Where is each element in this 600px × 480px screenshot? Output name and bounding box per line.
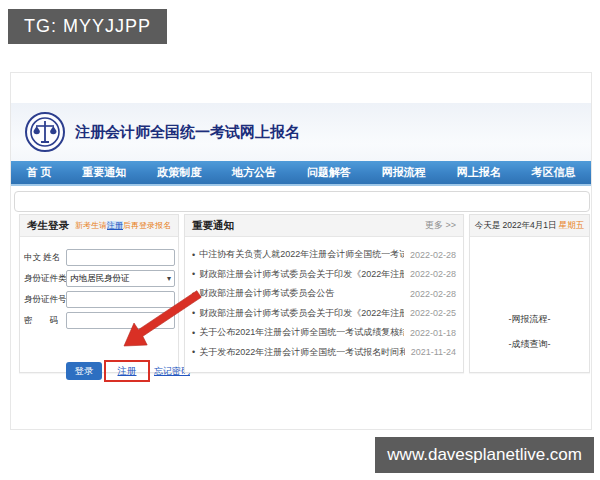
notice-row: • 关于发布2022年注册会计师全国统一考试报名时间和考试时... 2021-1… [192, 343, 456, 363]
bullet-icon: • [192, 289, 195, 299]
notice-date: 2022-02-28 [410, 289, 456, 299]
password-field[interactable] [66, 312, 175, 329]
notice-row: • 关于公布2021年注册会计师全国统一考试成绩复核结果的公... 2022-0… [192, 323, 456, 343]
id-type-label: 身份证件类型 [24, 273, 68, 285]
name-field[interactable] [66, 249, 175, 266]
score-query-link[interactable]: -成绩查询- [470, 338, 589, 351]
nav-item-local-announcement[interactable]: 地方公告 [232, 165, 276, 180]
page-container: 注册会计师全国统一考试网上报名 首 页 重要通知 政策制度 地方公告 问题解答 … [10, 72, 592, 430]
page-title: 注册会计师全国统一考试网上报名 [75, 123, 300, 142]
announcement-banner [14, 191, 590, 212]
login-form: 中文 姓名 身份证件类型 内地居民身份证 ▾ 身份证件号码 密 码 登录 [20, 237, 178, 374]
notice-date: 2022-02-28 [410, 269, 456, 279]
notice-title: 重要通知 [192, 219, 234, 233]
notice-link[interactable]: 财政部注册会计师考试委员会关于印发《2022年注册会计师... [199, 268, 404, 281]
notice-date: 2022-02-28 [410, 250, 456, 260]
nav-item-qa[interactable]: 问题解答 [307, 165, 351, 180]
login-hint-suffix: 后再登录报名 [123, 221, 171, 230]
login-actions: 登录 注册 忘记密码 [20, 360, 178, 384]
notice-link[interactable]: 财政部注册会计师考试委员会公告 [199, 287, 404, 300]
name-row: 中文 姓名 [20, 249, 178, 266]
login-hint-prefix: 新考生请 [75, 221, 107, 230]
notice-date: 2022-02-25 [410, 308, 456, 318]
login-panel-header: 考生登录 新考生请注册后再登录报名 [20, 215, 178, 237]
notice-row: • 财政部注册会计师考试委员会公告 2022-02-28 [192, 284, 456, 304]
login-title: 考生登录 [27, 219, 69, 233]
site-header: 注册会计师全国统一考试网上报名 [11, 103, 591, 161]
info-panel-header: 今天是 2022年4月1日 星期五 [470, 215, 589, 237]
notice-panel-header: 重要通知 更多 >> [185, 215, 463, 237]
register-highlight-box: 注册 [104, 360, 150, 382]
id-number-label: 身份证件号码 [24, 294, 68, 306]
bullet-icon: • [192, 250, 195, 260]
process-link[interactable]: -网报流程- [470, 313, 589, 326]
today-weekday: 星期五 [559, 220, 585, 230]
register-link[interactable]: 注册 [118, 365, 137, 378]
register-hint-link[interactable]: 注册 [107, 221, 123, 230]
nav-item-process[interactable]: 网报流程 [382, 165, 426, 180]
password-row: 密 码 [20, 312, 178, 329]
login-panel: 考生登录 新考生请注册后再登录报名 中文 姓名 身份证件类型 内地居民身份证 ▾… [19, 214, 179, 373]
watermark: www.davesplanetlive.com [375, 437, 594, 473]
notice-date: 2022-01-18 [410, 328, 456, 338]
notice-link[interactable]: 中注协有关负责人就2022年注册会计师全国统一考试报名相... [199, 248, 404, 261]
main-nav: 首 页 重要通知 政策制度 地方公告 问题解答 网报流程 网上报名 考区信息 [11, 161, 591, 186]
notice-row: • 财政部注册会计师考试委员会关于印发《2022年注册会计师... 2022-0… [192, 265, 456, 285]
id-type-select[interactable]: 内地居民身份证 ▾ [66, 270, 175, 287]
nav-item-policy[interactable]: 政策制度 [157, 165, 201, 180]
bullet-icon: • [192, 269, 195, 279]
today-date: 今天是 2022年4月1日 星期五 [475, 220, 585, 232]
info-panel: 今天是 2022年4月1日 星期五 -网报流程- -成绩查询- [469, 214, 590, 373]
chevron-down-icon: ▾ [167, 274, 171, 283]
cpa-logo-icon [25, 112, 65, 152]
nav-item-online-register[interactable]: 网上报名 [457, 165, 501, 180]
bullet-icon: • [192, 328, 195, 338]
nav-item-exam-area[interactable]: 考区信息 [532, 165, 576, 180]
tg-badge: TG: MYYJJPP [8, 9, 167, 44]
notice-panel: 重要通知 更多 >> • 中注协有关负责人就2022年注册会计师全国统一考试报名… [184, 214, 464, 373]
notice-date: 2021-11-24 [411, 347, 456, 357]
today-date-text: 今天是 2022年4月1日 [475, 220, 559, 230]
notice-link[interactable]: 财政部注册会计师考试委员会关于印发《2022年注册会计师... [199, 307, 404, 320]
id-number-row: 身份证件号码 [20, 291, 178, 308]
more-link[interactable]: 更多 >> [425, 219, 456, 232]
id-type-row: 身份证件类型 内地居民身份证 ▾ [20, 270, 178, 287]
nav-item-home[interactable]: 首 页 [26, 165, 51, 180]
bullet-icon: • [192, 308, 195, 318]
login-hint: 新考生请注册后再登录报名 [75, 220, 171, 231]
id-type-selected-value: 内地居民身份证 [70, 273, 130, 285]
bullet-icon: • [192, 347, 195, 357]
notice-link[interactable]: 关于发布2022年注册会计师全国统一考试报名时间和考试时... [199, 346, 404, 359]
name-label: 中文 姓名 [24, 252, 68, 264]
notice-row: • 中注协有关负责人就2022年注册会计师全国统一考试报名相... 2022-0… [192, 245, 456, 265]
info-body: -网报流程- -成绩查询- [470, 237, 589, 374]
notice-link[interactable]: 关于公布2021年注册会计师全国统一考试成绩复核结果的公... [199, 326, 404, 339]
notice-list: • 中注协有关负责人就2022年注册会计师全国统一考试报名相... 2022-0… [185, 237, 463, 362]
id-number-field[interactable] [66, 291, 175, 308]
password-label: 密 码 [24, 315, 68, 327]
notice-row: • 财政部注册会计师考试委员会关于印发《2022年注册会计师... 2022-0… [192, 304, 456, 324]
nav-item-important-notice[interactable]: 重要通知 [82, 165, 126, 180]
login-button[interactable]: 登录 [66, 362, 102, 380]
